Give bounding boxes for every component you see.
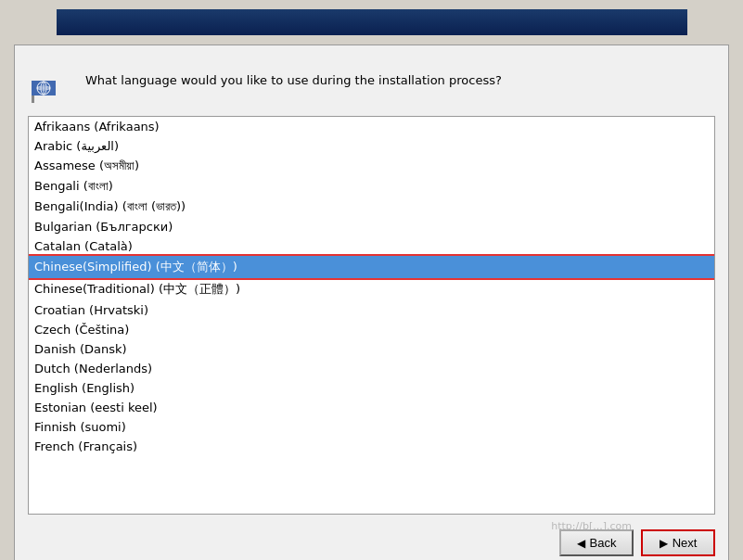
back-icon: ◀ <box>577 537 585 550</box>
top-bar <box>57 9 687 35</box>
language-list-item[interactable]: Bengali(India) (বাংলা (ভারত)) <box>29 197 714 217</box>
language-list-item[interactable]: Bulgarian (Български) <box>29 217 714 236</box>
language-list-item[interactable]: Arabic (العربية) <box>29 136 714 156</box>
language-list-item[interactable]: Assamese (অসমীয়া) <box>29 156 714 176</box>
globe-icon <box>28 58 72 103</box>
next-icon: ▶ <box>660 537 668 550</box>
language-list-item[interactable]: Catalan (Català) <box>29 236 714 256</box>
main-content: What language would you like to use duri… <box>14 45 729 560</box>
language-list-item[interactable]: Afrikaans (Afrikaans) <box>29 117 714 136</box>
language-list-item[interactable]: English (English) <box>29 378 714 398</box>
back-button[interactable]: ◀ Back <box>559 529 634 556</box>
header-text: What language would you like to use duri… <box>85 71 502 90</box>
language-list-item[interactable]: Finnish (suomi) <box>29 417 714 437</box>
next-label: Next <box>673 536 698 550</box>
language-list-item[interactable]: Czech (Čeština) <box>29 320 714 339</box>
language-list-item[interactable]: Dutch (Nederlands) <box>29 359 714 378</box>
language-list-item[interactable]: Danish (Dansk) <box>29 339 714 359</box>
language-list-item[interactable]: French (Français) <box>29 437 714 456</box>
header-section: What language would you like to use duri… <box>15 45 728 116</box>
list-container[interactable]: Afrikaans (Afrikaans)Arabic (العربية)Ass… <box>28 116 715 515</box>
next-button[interactable]: ▶ Next <box>641 529 715 556</box>
language-list-item[interactable]: Chinese(Traditional) (中文（正體）) <box>29 278 714 300</box>
language-list: Afrikaans (Afrikaans)Arabic (العربية)Ass… <box>29 117 714 514</box>
watermark: http://b[...].com <box>551 520 632 532</box>
language-list-item[interactable]: Croatian (Hrvatski) <box>29 300 714 320</box>
language-list-item[interactable]: Bengali (বাংলা) <box>29 176 714 197</box>
language-list-item[interactable]: Chinese(Simplified) (中文（简体）) <box>29 256 714 278</box>
back-label: Back <box>590 536 617 550</box>
language-list-item[interactable]: Estonian (eesti keel) <box>29 398 714 417</box>
